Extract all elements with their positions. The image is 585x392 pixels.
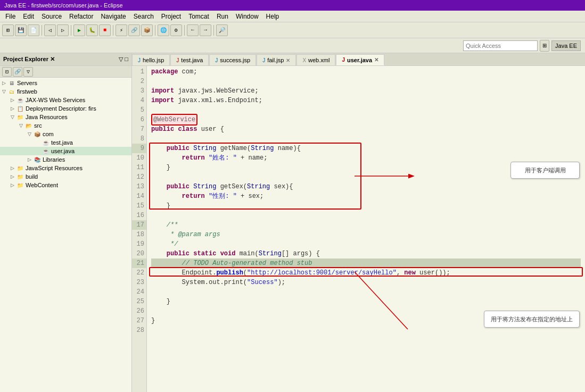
tab-hellojsp[interactable]: J hello.jsp — [132, 54, 170, 65]
toolbar-btn-10[interactable]: ⚙ — [170, 24, 182, 36]
tree-item-jsresources[interactable]: ▷ 📁 JavaScript Resources — [0, 164, 131, 172]
line-num-26: 26 — [132, 306, 146, 316]
tree-item-javaresources[interactable]: ▽ 📁 Java Resources — [0, 113, 131, 121]
callout-client: 用于客户端调用 — [510, 162, 580, 179]
toolbar-btn-stop[interactable]: ■ — [99, 24, 111, 36]
perspective-list-btn[interactable]: ⊞ — [540, 40, 549, 52]
code-line-1: package com; — [151, 67, 581, 77]
toolbar-btn-8[interactable]: 📦 — [141, 24, 153, 36]
menu-file[interactable]: File — [2, 12, 19, 21]
code-line-24 — [151, 287, 581, 297]
java-ee-perspective-btn[interactable]: Java EE — [551, 40, 581, 51]
toolbar-btn-13[interactable]: 🔎 — [216, 24, 228, 36]
menu-source[interactable]: Source — [38, 12, 65, 21]
title-bar: Java EE - firstweb/src/com/user.java - E… — [0, 0, 585, 11]
toolbar-separator-2 — [71, 25, 71, 36]
tree-item-src[interactable]: ▽ 📂 src — [0, 121, 131, 130]
callout-client-text: 用于客户端调用 — [525, 167, 566, 173]
toolbar-btn-7[interactable]: 🔗 — [128, 24, 140, 36]
code-line-17: /** — [151, 220, 581, 230]
tab-userjava[interactable]: J user.java ✕ — [336, 54, 384, 65]
menu-run[interactable]: Run — [213, 12, 232, 21]
tree-arrow: ▷ — [11, 182, 16, 188]
menu-bar: File Edit Source Refactor Navigate Searc… — [0, 11, 585, 22]
toolbar-btn-6[interactable]: ⚡ — [116, 24, 127, 36]
toolbar-btn-2[interactable]: 💾 — [15, 24, 27, 36]
tab-close-userjava[interactable]: ✕ — [374, 57, 378, 63]
explorer-menu-btn[interactable]: ▽ — [23, 67, 33, 77]
tree-item-firstweb[interactable]: ▽ 🗂 firstweb — [0, 87, 131, 96]
toolbar: ⊞ 💾 📄 ◁ ▷ ▶ 🐛 ■ ⚡ 🔗 📦 🌐 ⚙ ← → 🔎 — [0, 22, 585, 38]
toolbar-btn-1[interactable]: ⊞ — [2, 24, 14, 36]
tab-successjsp[interactable]: J success.jsp — [209, 54, 256, 65]
collapse-all-btn[interactable]: ⊡ — [2, 67, 12, 77]
tree-arrow: ▷ — [11, 106, 16, 111]
line-num-3: 3 — [132, 86, 146, 96]
tree-item-servers[interactable]: ▷ 🖥 Servers — [0, 79, 131, 87]
menu-refactor[interactable]: Refactor — [66, 12, 96, 21]
tree-item-jaxws[interactable]: ▷ ☕ JAX-WS Web Services — [0, 96, 131, 104]
tree-item-testjava[interactable]: ▷ ☕ test.java — [0, 138, 131, 147]
jaxws-icon: ☕ — [16, 96, 24, 104]
code-editor[interactable]: package com; import javax.jws.WebService… — [147, 66, 585, 392]
menu-tomcat[interactable]: Tomcat — [185, 12, 212, 21]
explorer-header: Project Explorer ✕ ▽ □ — [0, 53, 131, 66]
menu-window[interactable]: Window — [233, 12, 262, 21]
menu-search[interactable]: Search — [130, 12, 157, 21]
tab-icon-failjsp: J — [262, 57, 265, 63]
title-text: Java EE - firstweb/src/com/user.java - E… — [4, 2, 123, 9]
tab-icon-userjava: J — [342, 57, 345, 63]
testjava-icon: ☕ — [42, 139, 50, 146]
tab-testjava[interactable]: J test.java — [170, 54, 209, 65]
tree-item-libraries[interactable]: ▷ 📚 Libraries — [0, 155, 131, 164]
tab-bar: J hello.jsp J test.java J success.jsp J … — [132, 53, 585, 66]
tree-item-build[interactable]: ▷ 📁 build — [0, 172, 131, 181]
tree-label-com: com — [43, 131, 54, 137]
line-num-19: 19 — [132, 239, 146, 249]
link-with-editor-btn[interactable]: 🔗 — [13, 67, 22, 77]
toolbar-btn-9[interactable]: 🌐 — [158, 24, 169, 36]
toolbar-btn-debug[interactable]: 🐛 — [86, 24, 98, 36]
quick-access-input[interactable] — [463, 40, 538, 51]
deploy-icon: 📋 — [16, 105, 24, 112]
line-num-21: 21 — [132, 258, 146, 268]
code-line-8 — [151, 134, 581, 144]
tab-label-failjsp: fail.jsp — [267, 57, 284, 63]
tree-label-webcontent: WebContent — [26, 182, 58, 188]
tree-label-javaresources: Java Resources — [26, 114, 68, 120]
tree-item-deployment[interactable]: ▷ 📋 Deployment Descriptor: firs — [0, 104, 131, 113]
toolbar-btn-4[interactable]: ◁ — [44, 24, 56, 36]
code-line-14: return "性别: " + sex; — [151, 191, 581, 201]
editor-area: J hello.jsp J test.java J success.jsp J … — [132, 53, 585, 392]
tree-label-testjava: test.java — [51, 139, 73, 146]
code-line-15: } — [151, 201, 581, 211]
line-num-27: 27 — [132, 316, 146, 326]
tree-item-webcontent[interactable]: ▷ 📁 WebContent — [0, 181, 131, 189]
tab-webxml[interactable]: X web.xml — [296, 54, 335, 65]
servers-icon: 🖥 — [7, 79, 16, 87]
toolbar-btn-12[interactable]: → — [200, 24, 211, 36]
toolbar-btn-3[interactable]: 📄 — [28, 24, 39, 36]
tree-arrow: ▷ — [2, 80, 7, 86]
toolbar-btn-5[interactable]: ▷ — [57, 24, 69, 36]
tab-icon-hellojsp: J — [138, 57, 141, 63]
tree-label-deployment: Deployment Descriptor: firs — [26, 105, 96, 112]
com-icon: 📦 — [33, 130, 42, 138]
tab-failjsp[interactable]: J fail.jsp ✕ — [257, 54, 296, 65]
line-num-7: 7 — [132, 124, 146, 134]
menu-help[interactable]: Help — [263, 12, 283, 21]
menu-navigate[interactable]: Navigate — [97, 12, 129, 21]
toolbar-btn-run[interactable]: ▶ — [73, 24, 85, 36]
menu-edit[interactable]: Edit — [20, 12, 37, 21]
tree-label-servers: Servers — [17, 80, 37, 86]
line-num-22: 22 — [132, 268, 146, 278]
toolbar-btn-11[interactable]: ← — [187, 24, 199, 36]
tree-item-com[interactable]: ▽ 📦 com — [0, 130, 131, 138]
tree-arrow: ▽ — [11, 114, 16, 120]
menu-project[interactable]: Project — [158, 12, 184, 21]
code-line-9: public String getName(String name){ — [151, 144, 581, 153]
code-line-6: @WebService — [151, 115, 581, 124]
tree-item-userjava[interactable]: ▷ ☕ user.java — [0, 147, 131, 155]
tab-close-failjsp[interactable]: ✕ — [286, 57, 290, 63]
project-explorer-panel: Project Explorer ✕ ▽ □ ⊡ 🔗 ▽ ▷ 🖥 Servers… — [0, 53, 132, 392]
